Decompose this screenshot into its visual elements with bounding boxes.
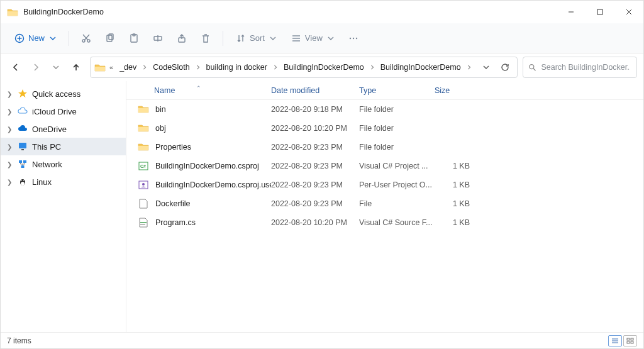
address-dropdown-button[interactable] [478, 59, 494, 75]
svg-point-38 [21, 182, 25, 186]
expand-caret[interactable]: ❯ [6, 179, 13, 186]
paste-button[interactable] [123, 30, 145, 47]
file-row[interactable]: BuildingInDockerDemo.csproj.user2022-08-… [126, 175, 643, 194]
forward-button[interactable] [27, 58, 45, 76]
maximize-button[interactable] [586, 1, 614, 23]
icons-view-toggle[interactable] [623, 335, 637, 346]
expand-caret[interactable]: ❯ [6, 126, 13, 133]
search-input[interactable] [540, 62, 631, 72]
address-bar[interactable]: « _dev CodeSloth building in docker Buil… [90, 57, 518, 78]
expand-caret[interactable]: ❯ [6, 91, 13, 97]
copy-button[interactable] [99, 30, 121, 47]
close-button[interactable] [614, 1, 643, 23]
file-type: File folder [359, 143, 435, 152]
sort-icon [236, 33, 246, 43]
svg-rect-44 [627, 338, 630, 340]
trash-icon [201, 33, 211, 43]
userproj-icon [138, 179, 149, 191]
column-name[interactable]: ⌃ Name [126, 86, 271, 95]
chevron-right-icon[interactable] [272, 64, 279, 70]
sidebar-item-label: Network [32, 160, 62, 169]
file-type: Visual C# Source F... [359, 218, 435, 227]
expand-caret[interactable]: ❯ [6, 143, 13, 150]
svg-line-31 [533, 69, 536, 71]
file-row[interactable]: Dockerfile2022-08-20 9:23 PMFile1 KB [126, 194, 643, 213]
breadcrumb-item[interactable]: building in docker [204, 62, 270, 73]
refresh-button[interactable] [497, 59, 513, 75]
minimize-button[interactable] [557, 1, 586, 23]
star-icon [17, 89, 28, 99]
column-type[interactable]: Type [359, 86, 435, 95]
file-row[interactable]: Program.cs2022-08-20 10:20 PMVisual C# S… [126, 213, 643, 232]
file-date: 2022-08-20 9:23 PM [271, 162, 359, 170]
file-type: File folder [359, 105, 435, 114]
details-view-toggle[interactable] [608, 335, 622, 346]
breadcrumb-item[interactable]: BuildingInDockerDemo [378, 62, 464, 73]
sidebar-item-quick-access[interactable]: ❯ Quick access [1, 85, 126, 102]
svg-point-29 [356, 37, 357, 38]
sidebar-item-icloud[interactable]: ❯ iCloud Drive [1, 102, 126, 120]
back-button[interactable] [7, 58, 25, 76]
column-headers: ⌃ Name Date modified Type Size [126, 81, 643, 100]
plus-circle-icon [14, 33, 25, 43]
file-row[interactable]: Properties2022-08-20 9:23 PMFile folder [126, 138, 643, 157]
chevron-right-icon[interactable] [142, 64, 148, 70]
file-row[interactable]: obj2022-08-20 10:20 PMFile folder [126, 119, 643, 138]
expand-caret[interactable]: ❯ [6, 108, 13, 115]
sidebar-item-label: This PC [32, 142, 61, 152]
file-name: bin [155, 105, 166, 114]
window-title: BuildingInDockerDemo [23, 8, 104, 16]
file-type: File folder [359, 124, 435, 133]
folder-icon [138, 123, 149, 134]
file-name: Dockerfile [155, 199, 191, 208]
sidebar-item-network[interactable]: ❯ Network [1, 155, 126, 173]
linux-icon [17, 177, 28, 187]
column-size[interactable]: Size [435, 86, 472, 95]
file-list: ⌃ Name Date modified Type Size bin2022-0… [126, 81, 643, 332]
breadcrumb-item[interactable]: BuildingInDockerDemo [281, 62, 367, 73]
breadcrumb-item[interactable]: CodeSloth [150, 62, 192, 73]
expand-caret[interactable]: ❯ [6, 161, 13, 168]
file-date: 2022-08-20 10:20 PM [271, 218, 359, 227]
more-button[interactable] [343, 30, 364, 47]
file-type: File [359, 199, 435, 208]
view-button[interactable]: View [285, 30, 340, 47]
sidebar-item-this-pc[interactable]: ❯ This PC [1, 138, 126, 155]
status-item-count: 7 items [7, 336, 31, 345]
sidebar-item-linux[interactable]: ❯ Linux [1, 173, 126, 191]
file-row[interactable]: BuildingInDockerDemo.csproj2022-08-20 9:… [126, 157, 643, 175]
sidebar-item-onedrive[interactable]: ❯ OneDrive [1, 120, 126, 138]
cut-button[interactable] [75, 30, 97, 47]
view-icon [291, 33, 301, 43]
file-size: 1 KB [435, 199, 472, 208]
file-name: Properties [155, 143, 191, 152]
cloud-icon [17, 124, 28, 134]
view-label: View [305, 33, 323, 43]
file-row[interactable]: bin2022-08-20 9:18 PMFile folder [126, 100, 643, 119]
sort-button[interactable]: Sort [230, 30, 282, 47]
new-button[interactable]: New [8, 30, 62, 47]
column-date[interactable]: Date modified [271, 86, 359, 95]
chevron-right-icon[interactable] [369, 64, 375, 70]
window-controls [557, 1, 643, 23]
file-size: 1 KB [435, 162, 472, 170]
file-date: 2022-08-20 9:23 PM [271, 143, 359, 152]
delete-button[interactable] [195, 30, 216, 47]
search-box[interactable] [523, 57, 637, 78]
breadcrumb-item[interactable]: _dev [117, 62, 139, 73]
recent-button[interactable] [47, 58, 65, 76]
sidebar-item-label: OneDrive [32, 125, 67, 134]
rename-button[interactable] [147, 30, 169, 47]
overflow-chevron[interactable]: « [108, 64, 114, 71]
up-button[interactable] [67, 58, 85, 76]
share-button[interactable] [171, 30, 192, 47]
chevron-right-icon[interactable] [195, 64, 201, 70]
file-name: BuildingInDockerDemo.csproj.user [155, 180, 271, 189]
svg-rect-32 [19, 143, 26, 148]
folder-icon [94, 63, 106, 72]
sidebar-item-label: Quick access [32, 89, 80, 99]
share-icon [177, 33, 187, 43]
chevron-right-icon[interactable] [466, 64, 472, 70]
body: ❯ Quick access ❯ iCloud Drive ❯ OneDrive… [1, 81, 643, 332]
svg-rect-45 [631, 338, 633, 340]
